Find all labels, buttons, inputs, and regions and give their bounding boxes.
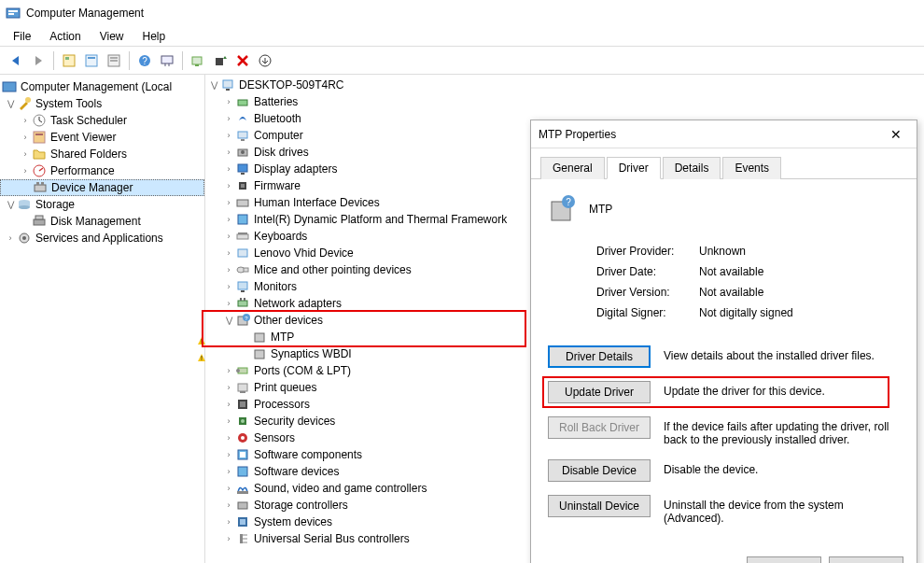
device-icon [235,94,250,109]
twisty-expanded-icon[interactable]: ⋁ [4,200,17,209]
twisty-collapsed-icon[interactable]: › [222,400,235,409]
forward-button[interactable] [28,50,49,71]
twisty-collapsed-icon[interactable]: › [222,450,235,459]
twisty-collapsed-icon[interactable]: › [222,299,235,308]
menu-help[interactable]: Help [135,28,174,45]
twisty-collapsed-icon[interactable]: › [222,131,235,140]
tree-label: Performance [50,164,115,177]
twisty-collapsed-icon[interactable]: › [222,97,235,106]
twisty-collapsed-icon[interactable]: › [222,282,235,291]
tree-event-viewer[interactable]: ›Event Viewer [0,129,204,146]
delete-button[interactable] [232,50,253,71]
tab-details[interactable]: Details [663,157,721,179]
tab-events[interactable]: Events [722,157,781,179]
disable-device-button[interactable]: Disable Device [548,459,651,482]
device-icon [235,262,250,277]
twisty-collapsed-icon[interactable]: › [222,467,235,476]
tree-disk-management[interactable]: ›Disk Management [0,213,204,230]
twisty-collapsed-icon[interactable]: › [222,215,235,224]
device-icon [235,397,250,412]
ok-button[interactable]: OK [747,556,821,563]
twisty-collapsed-icon[interactable]: › [222,433,235,443]
tree-label: System Tools [35,97,102,110]
tree-storage[interactable]: ⋁Storage [0,196,204,213]
twisty-collapsed-icon[interactable]: › [222,148,235,157]
menu-file[interactable]: File [6,28,38,45]
svg-point-20 [25,97,31,103]
app-icon [6,6,21,21]
update-driver-button[interactable]: Update Driver [548,381,651,403]
tree-shared-folders[interactable]: ›Shared Folders [0,146,204,162]
refresh-button[interactable] [157,50,177,71]
properties-button[interactable] [81,50,102,71]
twisty-collapsed-icon[interactable]: › [222,500,235,510]
show-hide-tree-button[interactable] [59,50,79,71]
update-button[interactable] [210,50,231,71]
svg-rect-26 [36,182,39,185]
date-label: Driver Date: [596,265,699,278]
twisty-expanded-icon[interactable]: ⋁ [4,99,17,108]
back-button[interactable] [6,50,26,71]
twisty-collapsed-icon[interactable]: › [4,233,17,243]
device-icon [235,212,250,227]
twisty-expanded-icon[interactable]: ⋁ [222,316,235,325]
disable-device-desc: Disable the device. [664,459,900,476]
device-icon [235,178,250,193]
twisty-expanded-icon[interactable]: ⋁ [207,80,220,90]
rollback-driver-desc: If the device fails after updating the d… [664,416,900,446]
twisty-collapsed-icon[interactable]: › [222,484,235,493]
extra-button[interactable] [104,50,124,71]
svg-rect-16 [195,64,199,66]
dialog-body: ? MTP Driver Provider:Unknown Driver Dat… [531,179,917,547]
version-value: Not available [699,286,763,299]
svg-rect-31 [34,219,45,225]
twisty-collapsed-icon[interactable]: › [19,133,32,142]
twisty-collapsed-icon[interactable]: › [19,116,32,125]
twisty-collapsed-icon[interactable]: › [19,166,32,176]
twisty-collapsed-icon[interactable]: › [222,534,235,543]
svg-rect-48 [237,234,248,239]
tree-performance[interactable]: ›Performance [0,162,204,179]
twisty-collapsed-icon[interactable]: › [222,517,235,527]
twisty-collapsed-icon[interactable]: › [222,232,235,241]
tab-general[interactable]: General [540,157,605,179]
menubar: File Action View Help [0,26,924,47]
twisty-collapsed-icon[interactable]: › [222,366,235,375]
twisty-collapsed-icon[interactable]: › [222,383,235,392]
tree-services[interactable]: ›Services and Applications [0,230,204,246]
uninstall-device-button[interactable]: Uninstall Device [548,495,651,517]
tree-device-manager[interactable]: ›Device Manager [0,179,204,196]
twisty-collapsed-icon[interactable]: › [222,164,235,174]
tree-label: Device Manager [51,181,133,194]
twisty-collapsed-icon[interactable]: › [222,181,235,190]
tree-task-scheduler[interactable]: ›Task Scheduler [0,112,204,129]
scan-button[interactable] [188,50,208,71]
device-batteries[interactable]: ›Batteries [205,93,924,110]
device-label: Mice and other pointing devices [254,263,412,276]
rollback-driver-button: Roll Back Driver [548,416,651,439]
tree-system-tools[interactable]: ⋁ System Tools [0,95,204,112]
svg-rect-68 [240,391,245,393]
tree-root[interactable]: Computer Management (Local [0,78,204,95]
svg-rect-67 [238,384,247,391]
cancel-button[interactable]: Cancel [829,556,903,563]
twisty-collapsed-icon[interactable]: › [222,265,235,274]
svg-rect-77 [238,467,247,476]
device-root[interactable]: ⋁DESKTOP-509T4RC [205,77,924,93]
device-icon [235,498,250,513]
svg-rect-5 [86,55,97,66]
tab-driver[interactable]: Driver [607,157,661,179]
menu-view[interactable]: View [92,28,132,45]
twisty-collapsed-icon[interactable]: › [222,248,235,258]
device-name: MTP [589,203,612,216]
twisty-collapsed-icon[interactable]: › [222,198,235,207]
twisty-collapsed-icon[interactable]: › [222,114,235,123]
help-button[interactable]: ? [134,50,155,71]
close-button[interactable]: ✕ [883,123,909,146]
driver-details-button[interactable]: Driver Details [548,345,651,368]
down-button[interactable] [255,50,275,71]
twisty-collapsed-icon[interactable]: › [222,416,235,426]
device-icon [235,279,250,294]
menu-action[interactable]: Action [42,28,88,45]
twisty-collapsed-icon[interactable]: › [19,149,32,159]
